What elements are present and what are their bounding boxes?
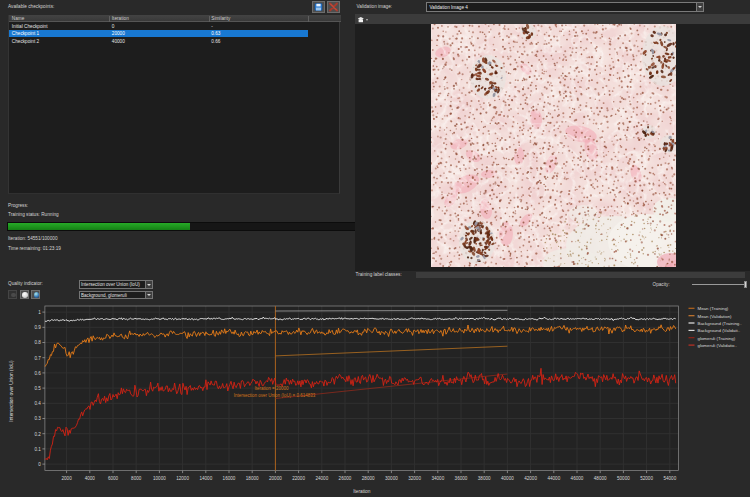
svg-text:6000: 6000 [108, 476, 119, 481]
svg-text:30000: 30000 [385, 476, 398, 481]
svg-text:22000: 22000 [292, 476, 305, 481]
svg-text:34000: 34000 [431, 476, 444, 481]
svg-text:glomeruli (Training): glomeruli (Training) [698, 336, 736, 341]
svg-text:0.3: 0.3 [35, 416, 42, 421]
svg-text:14000: 14000 [199, 476, 212, 481]
svg-text:0.9: 0.9 [35, 325, 42, 330]
svg-text:Background (Training..: Background (Training.. [698, 321, 742, 326]
svg-text:2000: 2000 [61, 476, 72, 481]
svg-text:10000: 10000 [153, 476, 166, 481]
svg-text:1: 1 [38, 310, 41, 315]
svg-text:0: 0 [38, 462, 41, 467]
svg-text:Intersection over Union (IoU): Intersection over Union (IoU) = 0.614833 [234, 393, 316, 398]
svg-text:glomeruli (Validatio..: glomeruli (Validatio.. [698, 343, 737, 348]
svg-text:0.6: 0.6 [35, 371, 42, 376]
svg-text:0.2: 0.2 [35, 432, 42, 437]
svg-text:40000: 40000 [501, 476, 514, 481]
svg-text:42000: 42000 [524, 476, 537, 481]
svg-text:52000: 52000 [640, 476, 653, 481]
svg-text:0.1: 0.1 [35, 447, 42, 452]
svg-text:Iteration: Iteration [353, 489, 371, 494]
svg-text:0.8: 0.8 [35, 340, 42, 345]
svg-text:26000: 26000 [339, 476, 352, 481]
svg-text:8000: 8000 [131, 476, 142, 481]
svg-text:46000: 46000 [571, 476, 584, 481]
svg-text:20000: 20000 [269, 476, 282, 481]
svg-text:24000: 24000 [315, 476, 328, 481]
svg-text:Iteration = 20000: Iteration = 20000 [255, 386, 289, 391]
svg-text:38000: 38000 [478, 476, 491, 481]
svg-text:0.5: 0.5 [35, 386, 42, 391]
svg-text:Mean (Training): Mean (Training) [698, 306, 729, 311]
svg-text:Background (Validati..: Background (Validati.. [698, 328, 741, 333]
svg-text:36000: 36000 [455, 476, 468, 481]
svg-text:Mean (Validation): Mean (Validation) [698, 314, 733, 319]
svg-text:44000: 44000 [547, 476, 560, 481]
svg-text:18000: 18000 [246, 476, 259, 481]
svg-text:12000: 12000 [176, 476, 189, 481]
svg-text:4000: 4000 [85, 476, 96, 481]
svg-text:28000: 28000 [362, 476, 375, 481]
svg-text:32000: 32000 [408, 476, 421, 481]
svg-text:Intersection over Union (IoU): Intersection over Union (IoU) [9, 360, 14, 422]
svg-text:0.4: 0.4 [35, 401, 42, 406]
svg-text:0.7: 0.7 [35, 356, 42, 361]
svg-text:16000: 16000 [223, 476, 236, 481]
svg-text:54000: 54000 [663, 476, 676, 481]
svg-text:50000: 50000 [617, 476, 630, 481]
svg-text:48000: 48000 [594, 476, 607, 481]
